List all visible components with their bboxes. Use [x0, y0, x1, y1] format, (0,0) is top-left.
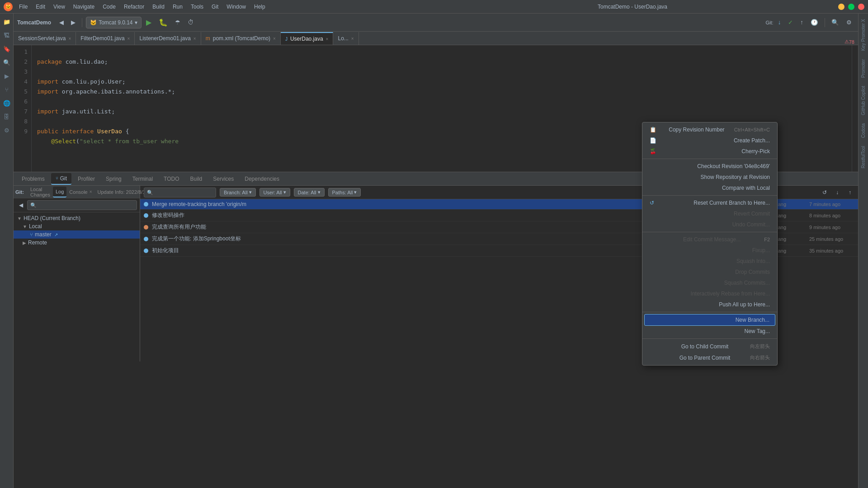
tab-close-session[interactable]: ×	[68, 36, 71, 41]
ctx-show-repo[interactable]: Show Repository at Revision	[642, 172, 777, 183]
ctx-compare-local[interactable]: Compare with Local	[642, 183, 777, 193]
git-fetch-icon[interactable]: ↓	[833, 188, 842, 197]
ctx-reset-branch[interactable]: ↺ Reset Current Branch to Here...	[642, 197, 777, 208]
toolbar-navigate-back[interactable]: ◀	[57, 17, 66, 28]
sidebar-icon-git[interactable]: ⑂	[0, 83, 13, 96]
minimize-button[interactable]	[838, 4, 844, 10]
git-local-item[interactable]: ▼ Local	[14, 222, 140, 230]
tab-close-userdao[interactable]: ×	[326, 37, 329, 42]
git-push-log-icon[interactable]: ↑	[845, 188, 854, 197]
tab-pom[interactable]: m pom.xml (TomcatDemo) ×	[201, 32, 281, 45]
sidebar-icon-search[interactable]: 🔍	[0, 56, 13, 69]
git-remote-item[interactable]: ▶ Remote	[14, 239, 140, 247]
ctx-go-child[interactable]: Go to Child Commit 向左箭头	[642, 341, 777, 352]
tab-listener-demo[interactable]: ListenerDemo01.java ×	[135, 32, 201, 45]
tab-close-lo[interactable]: ×	[351, 36, 354, 41]
ctx-copy-revision-shortcut: Ctrl+Alt+Shift+C	[734, 127, 770, 132]
menu-code[interactable]: Code	[99, 3, 119, 11]
menu-git[interactable]: Git	[208, 3, 222, 11]
git-commit-button[interactable]: ✓	[785, 17, 796, 28]
tab-userdao[interactable]: J UserDao.java ×	[281, 32, 334, 45]
profile-button[interactable]: ⏱	[185, 17, 196, 28]
tab-profiler[interactable]: Profiler	[73, 173, 99, 185]
run-config-selector[interactable]: 🐱 Tomcat 9.0.14 ▾	[86, 17, 141, 28]
git-back-arrow[interactable]: ◀	[16, 201, 25, 210]
tab-spring[interactable]: Spring	[101, 173, 126, 185]
git-history-button[interactable]: 🕐	[808, 17, 821, 28]
ctx-revert-commit: Revert Commit	[642, 208, 777, 219]
tab-filter-demo[interactable]: FilterDemo01.java ×	[76, 32, 135, 45]
git-paths-filter[interactable]: Paths: All ▾	[328, 188, 361, 197]
tab-services-label: Services	[213, 176, 234, 182]
ctx-copy-revision[interactable]: 📋 Copy Revision Number Ctrl+Alt+Shift+C	[642, 124, 777, 135]
git-push-button[interactable]: ↑	[797, 17, 806, 28]
maximize-button[interactable]	[848, 4, 854, 10]
git-tab-log[interactable]: Log	[53, 187, 66, 197]
menu-edit[interactable]: Edit	[32, 3, 49, 11]
ctx-checkout-revision[interactable]: Checkout Revision '04e8c469'	[642, 161, 777, 172]
tab-build[interactable]: Build	[186, 173, 207, 185]
sidebar-icon-structure[interactable]: 🏗	[0, 29, 13, 42]
ctx-go-parent[interactable]: Go to Parent Commit 向右箭头	[642, 352, 777, 363]
git-branch-filter[interactable]: Branch: All ▾	[220, 188, 256, 197]
tab-todo[interactable]: TODO	[159, 173, 184, 185]
ctx-show-repo-label: Show Repository at Revision	[701, 174, 770, 180]
debug-button[interactable]: 🐛	[156, 17, 170, 28]
git-master-item[interactable]: ⑂ master ↗	[14, 230, 140, 239]
git-update-button[interactable]: ↓	[775, 17, 784, 28]
tab-close-listener[interactable]: ×	[193, 36, 196, 41]
sidebar-key-promoter[interactable]: Key Promoter X	[859, 15, 868, 55]
sidebar-codota[interactable]: Codota	[859, 120, 868, 141]
git-console-close[interactable]: ×	[90, 189, 92, 194]
menu-file[interactable]: File	[15, 3, 31, 11]
toolbar-navigate-forward[interactable]: ▶	[68, 17, 78, 28]
menu-help[interactable]: Help	[250, 3, 269, 11]
tab-close-pom[interactable]: ×	[273, 36, 276, 41]
git-sub-tabs: Git: Local Changes Log Console ×	[14, 186, 140, 198]
menu-run[interactable]: Run	[169, 3, 186, 11]
tab-problems[interactable]: Problems	[17, 173, 49, 185]
menu-build[interactable]: Build	[149, 3, 168, 11]
git-refresh-icon[interactable]: ↺	[820, 188, 829, 197]
sidebar-github-copilot[interactable]: GitHub Copilot	[859, 82, 868, 119]
sidebar-icon-run[interactable]: ▶	[0, 70, 13, 82]
tab-terminal[interactable]: Terminal	[128, 173, 157, 185]
sidebar-icon-database[interactable]: 🗄	[0, 110, 13, 123]
branch-name: Tomcat 9.0.14	[99, 19, 132, 26]
sidebar-icon-bookmarks[interactable]: 🔖	[0, 42, 13, 55]
settings-button[interactable]: ⚙	[844, 17, 854, 28]
menu-navigate[interactable]: Navigate	[70, 3, 98, 11]
coverage-button[interactable]: ☂	[172, 17, 183, 28]
tab-close-filter[interactable]: ×	[127, 36, 130, 41]
ctx-cherry-pick[interactable]: 🍒 Cherry-Pick	[642, 146, 777, 157]
tab-lo[interactable]: Lo... ×	[333, 32, 359, 45]
tab-label-session: SessionServlet.java	[18, 35, 66, 42]
git-user-filter[interactable]: User: All ▾	[259, 188, 290, 197]
sidebar-icon-web[interactable]: 🌐	[0, 97, 13, 109]
tab-session-servlet[interactable]: SessionServlet.java ×	[14, 32, 76, 45]
menu-view[interactable]: View	[50, 3, 69, 11]
menu-tools[interactable]: Tools	[187, 3, 207, 11]
sidebar-icon-project[interactable]: 📁	[0, 15, 13, 28]
sidebar-icon-settings[interactable]: ⚙	[0, 124, 13, 136]
git-tree-search[interactable]	[27, 200, 137, 210]
tab-dependencies[interactable]: Dependencies	[240, 173, 284, 185]
ctx-push-all[interactable]: Push All up to Here...	[642, 299, 777, 310]
menu-refactor[interactable]: Refactor	[120, 3, 148, 11]
menu-window[interactable]: Window	[223, 3, 250, 11]
run-button[interactable]: ▶	[143, 17, 154, 28]
tab-services[interactable]: Services	[208, 173, 238, 185]
ctx-new-tag[interactable]: New Tag...	[642, 326, 777, 337]
ctx-new-branch[interactable]: New Branch...	[644, 314, 775, 326]
search-everywhere-button[interactable]: 🔍	[829, 17, 842, 28]
tab-git[interactable]: ⑂ Git	[51, 173, 71, 185]
close-button[interactable]	[858, 4, 864, 10]
git-tab-console[interactable]: Console ×	[66, 187, 94, 197]
git-date-filter[interactable]: Date: All ▾	[294, 188, 325, 197]
git-log-search[interactable]	[144, 188, 216, 197]
git-head-item[interactable]: ▼ HEAD (Current Branch)	[14, 214, 140, 222]
sidebar-promoter[interactable]: Promoter	[859, 56, 868, 81]
ctx-create-patch[interactable]: 📄 Create Patch...	[642, 135, 777, 146]
git-tab-local-changes[interactable]: Local Changes	[28, 187, 53, 197]
sidebar-restfultool[interactable]: RestfulTool	[859, 142, 868, 172]
